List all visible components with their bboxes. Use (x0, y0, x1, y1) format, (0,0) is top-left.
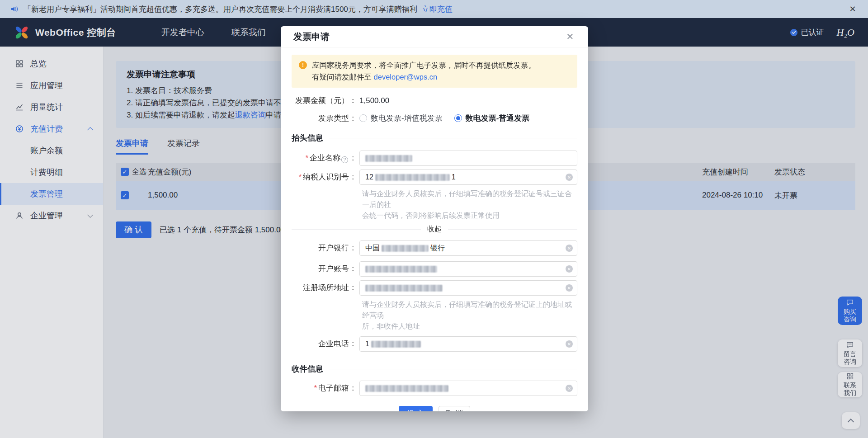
registered-address-label: 注册场所地址： (292, 283, 359, 293)
bank-account-input[interactable] (359, 261, 577, 277)
redacted-phone (371, 341, 421, 348)
radio-option-normal-invoice[interactable]: 数电发票-普通发票 (454, 113, 530, 123)
email-row: *电子邮箱： (292, 381, 577, 396)
company-name-row: *企业名称： (292, 151, 577, 166)
clear-input-icon[interactable] (566, 284, 573, 292)
collapse-toggle[interactable]: 收起 (427, 225, 442, 234)
company-phone-input[interactable]: 1 (359, 336, 577, 352)
bank-suffix: 银行 (430, 244, 445, 253)
redacted-company-name (365, 155, 412, 162)
section-title-text: 收件信息 (292, 363, 323, 374)
registered-address-input[interactable] (359, 280, 577, 296)
required-asterisk: * (298, 173, 302, 181)
redacted-address (365, 285, 443, 292)
radio-normal-label: 数电发票-普通发票 (466, 113, 530, 123)
tax-id-suffix: 1 (452, 173, 456, 181)
modal-header: 发票申请 (281, 26, 588, 47)
modal-body: 应国家税务局要求，将全面推广电子发票，届时不再提供纸质发票。 有疑问请发邮件至 … (281, 55, 588, 411)
submit-button[interactable]: 提 交 (399, 406, 433, 411)
radio-option-vat-invoice[interactable]: 数电发票-增值税发票 (359, 113, 443, 123)
tax-id-prefix: 12 (365, 173, 373, 181)
modal-footer-buttons: 提 交 取 消 (292, 406, 577, 411)
section-title-recipient-info: 收件信息 (292, 363, 577, 374)
bank-prefix: 中国 (365, 244, 380, 253)
bank-account-row: 开户账号： (292, 261, 577, 277)
redacted-tax-id (375, 174, 450, 181)
invoice-apply-modal: 发票申请 应国家税务局要求，将全面推广电子发票，届时不再提供纸质发票。 有疑问请… (281, 26, 588, 411)
collapse-divider: 收起 (292, 225, 577, 234)
address-help-text: 请与企业财务人员核实后，仔细填写准确的税务登记证上的地址或经营场 所，非收件人地… (362, 299, 578, 332)
bank-name-input[interactable]: 中国 银行 (359, 240, 577, 256)
section-divider-line (329, 138, 577, 138)
tax-id-label: *纳税人识别号： (292, 172, 359, 182)
invoice-type-row: 发票类型： 数电发票-增值税发票 数电发票-普通发票 (292, 113, 577, 123)
clear-input-icon[interactable] (566, 245, 573, 252)
clear-input-icon[interactable] (566, 265, 573, 273)
redacted-bank-account (365, 266, 437, 273)
tax-id-input[interactable]: 12 1 (359, 170, 577, 185)
radio-vat-label: 数电发票-增值税发票 (371, 113, 443, 123)
company-phone-row: 企业电话： 1 (292, 336, 577, 352)
required-asterisk: * (305, 154, 308, 162)
registered-address-row: 注册场所地址： (292, 280, 577, 296)
clear-input-icon[interactable] (566, 385, 573, 392)
required-asterisk: * (314, 384, 317, 392)
section-title-text: 抬头信息 (292, 132, 323, 143)
company-name-label: *企业名称： (292, 153, 359, 163)
invoice-amount-label: 发票金额（元）： (292, 96, 359, 106)
help-question-icon[interactable] (341, 156, 348, 163)
modal-title: 发票申请 (293, 31, 330, 43)
email-label: *电子邮箱： (292, 383, 359, 393)
cancel-button[interactable]: 取 消 (439, 406, 471, 411)
invoice-type-options: 数电发票-增值税发票 数电发票-普通发票 (359, 113, 529, 123)
invoice-amount-value: 1,500.00 (359, 96, 389, 105)
section-divider-line (329, 369, 577, 369)
warning-icon (299, 61, 307, 69)
radio-selected-icon[interactable] (454, 114, 462, 122)
company-phone-label: 企业电话： (292, 339, 359, 349)
e-invoice-notice-line-2: 有疑问请发邮件至 developer@wps.cn (312, 71, 536, 83)
radio-unselected-icon[interactable] (359, 114, 367, 122)
section-title-header-info: 抬头信息 (292, 132, 577, 143)
tax-id-help-text: 请与企业财务人员核实后，仔细填写准确的税务登记证号或三证合一后的社 会统一代码，… (362, 188, 578, 221)
notice-email-prefix: 有疑问请发邮件至 (312, 73, 374, 81)
email-input[interactable] (359, 381, 577, 396)
invoice-amount-row: 发票金额（元）： 1,500.00 (292, 96, 577, 106)
company-name-input[interactable] (359, 151, 577, 166)
redacted-bank-name (382, 245, 429, 252)
invoice-type-label: 发票类型： (292, 113, 359, 123)
phone-prefix: 1 (365, 340, 369, 348)
clear-input-icon[interactable] (566, 174, 573, 181)
developer-email-link[interactable]: developer@wps.cn (374, 73, 438, 81)
bank-name-label: 开户银行： (292, 243, 359, 253)
modal-close-icon[interactable] (565, 31, 576, 42)
e-invoice-notice-line-1: 应国家税务局要求，将全面推广电子发票，届时不再提供纸质发票。 (312, 60, 536, 71)
bank-name-row: 开户银行： 中国 银行 (292, 240, 577, 256)
bank-account-label: 开户账号： (292, 264, 359, 274)
tax-id-row: *纳税人识别号： 12 1 (292, 170, 577, 185)
clear-input-icon[interactable] (566, 340, 573, 348)
e-invoice-notice: 应国家税务局要求，将全面推广电子发票，届时不再提供纸质发票。 有疑问请发邮件至 … (292, 55, 577, 88)
redacted-email (365, 385, 448, 392)
